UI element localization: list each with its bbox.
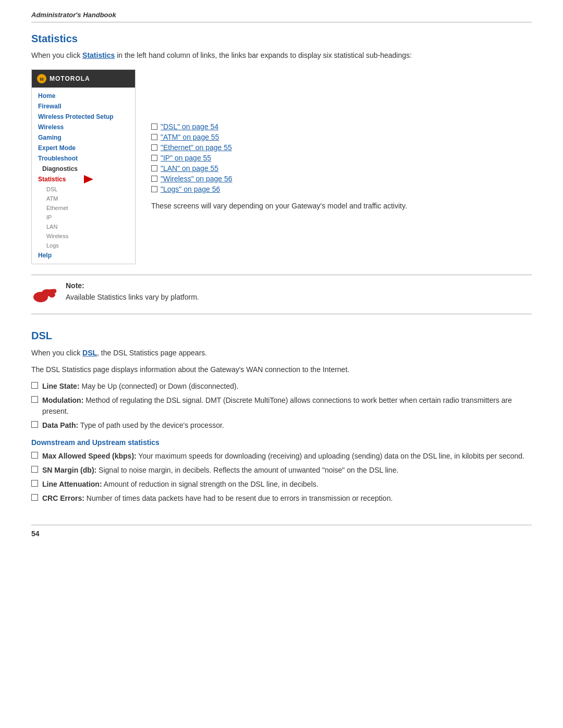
note-box: Note: Available Statistics links vary by… bbox=[31, 275, 532, 314]
link-item-logs: "Logs" on page 56 bbox=[151, 185, 532, 193]
bullet-modulation: Modulation: Method of regulating the DSL… bbox=[31, 395, 532, 417]
downstream-heading: Downstream and Upstream statistics bbox=[31, 438, 532, 447]
motorola-logo-text: MOTOROLA bbox=[50, 75, 90, 82]
bullet-line-state: Line State: May be Up (connected) or Dow… bbox=[31, 381, 532, 392]
bullet-data-path: Data Path: Type of path used by the devi… bbox=[31, 420, 532, 431]
bullet-crc-errors: CRC Errors: Number of times data packets… bbox=[31, 493, 532, 504]
page-footer: 54 bbox=[31, 525, 532, 538]
checkbox-icon-ethernet bbox=[151, 144, 157, 151]
page-header: Administrator's Handbook bbox=[31, 10, 532, 22]
bullet-max-speed-text: Max Allowed Speed (kbps): Your maximum s… bbox=[42, 451, 524, 462]
statistics-red-arrow bbox=[79, 174, 94, 184]
statistics-link[interactable]: Statistics bbox=[82, 51, 115, 59]
bullet-crc-errors-text: CRC Errors: Number of times data packets… bbox=[42, 493, 393, 504]
link-item-atm: "ATM" on page 55 bbox=[151, 133, 532, 141]
screens-note: These screens will vary depending on you… bbox=[151, 201, 532, 212]
dsl-para1: When you click DSL, the DSL Statistics p… bbox=[31, 347, 532, 359]
svg-text:M: M bbox=[40, 77, 44, 82]
link-lan[interactable]: "LAN" on page 55 bbox=[161, 164, 218, 172]
link-item-lan: "LAN" on page 55 bbox=[151, 164, 532, 172]
link-wireless[interactable]: "Wireless" on page 56 bbox=[161, 175, 232, 183]
term-sn-margin: SN Margin (db): bbox=[42, 466, 96, 474]
bullet-line-state-text: Line State: May be Up (connected) or Dow… bbox=[42, 381, 239, 392]
link-dsl[interactable]: "DSL" on page 54 bbox=[161, 122, 218, 131]
sidebar-item-diagnostics[interactable]: Diagnostics bbox=[32, 164, 135, 174]
motorola-header: M MOTOROLA bbox=[32, 70, 135, 88]
dsl-link[interactable]: DSL bbox=[82, 349, 97, 357]
downstream-bullets: Max Allowed Speed (kbps): Your maximum s… bbox=[31, 451, 532, 504]
sidebar-item-dsl[interactable]: DSL bbox=[32, 184, 135, 194]
term-line-atten: Line Attenuation: bbox=[42, 480, 102, 488]
link-item-wireless: "Wireless" on page 56 bbox=[151, 175, 532, 183]
link-item-dsl: "DSL" on page 54 bbox=[151, 122, 532, 131]
dsl-heading: DSL bbox=[31, 330, 532, 342]
page-number: 54 bbox=[31, 529, 40, 538]
svg-marker-2 bbox=[84, 175, 93, 183]
cb-crc-errors bbox=[31, 494, 38, 501]
dsl-bullets: Line State: May be Up (connected) or Dow… bbox=[31, 381, 532, 431]
intro-text-1: When you click bbox=[31, 51, 82, 59]
statistics-intro: When you click Statistics in the left ha… bbox=[31, 50, 532, 61]
statistics-heading: Statistics bbox=[31, 33, 532, 45]
sidebar-item-home[interactable]: Home bbox=[32, 91, 135, 101]
cb-sn-margin bbox=[31, 466, 38, 473]
motorola-nav: Home Firewall Wireless Protected Setup W… bbox=[32, 88, 135, 264]
handbook-title: Administrator's Handbook bbox=[31, 11, 116, 19]
bullet-sn-margin: SN Margin (db): Signal to noise margin, … bbox=[31, 465, 532, 476]
intro-text-2: in the left hand column of links, the li… bbox=[115, 51, 412, 59]
motorola-sidebar: M MOTOROLA Home Firewall Wireless Protec… bbox=[31, 69, 136, 264]
sidebar-item-firewall[interactable]: Firewall bbox=[32, 101, 135, 112]
note-label: Note: bbox=[66, 281, 532, 290]
bullet-max-speed: Max Allowed Speed (kbps): Your maximum s… bbox=[31, 451, 532, 462]
bullet-line-atten-text: Line Attenuation: Amount of reduction in… bbox=[42, 479, 319, 490]
hand-svg bbox=[31, 281, 57, 307]
link-item-ethernet: "Ethernet" on page 55 bbox=[151, 143, 532, 152]
term-modulation: Modulation: bbox=[42, 396, 83, 404]
note-content: Note: Available Statistics links vary by… bbox=[66, 281, 532, 303]
link-logs[interactable]: "Logs" on page 56 bbox=[161, 185, 220, 193]
cb-modulation bbox=[31, 396, 38, 403]
term-data-path: Data Path: bbox=[42, 421, 78, 429]
term-crc-errors: CRC Errors: bbox=[42, 494, 84, 502]
sidebar-and-links: M MOTOROLA Home Firewall Wireless Protec… bbox=[31, 69, 532, 264]
checkbox-icon-ip bbox=[151, 155, 157, 161]
sidebar-item-wireless-sub[interactable]: Wireless bbox=[32, 231, 135, 241]
sidebar-item-lan[interactable]: LAN bbox=[32, 222, 135, 231]
term-line-state: Line State: bbox=[42, 382, 80, 390]
cb-line-state bbox=[31, 382, 38, 389]
sidebar-item-ip[interactable]: IP bbox=[32, 213, 135, 222]
cb-line-atten bbox=[31, 480, 38, 487]
statistics-arrow-container: Statistics bbox=[32, 174, 135, 184]
dsl-para1-text1: When you click bbox=[31, 349, 82, 357]
sidebar-item-ethernet[interactable]: Ethernet bbox=[32, 203, 135, 213]
checkbox-icon-lan bbox=[151, 165, 157, 171]
sidebar-item-wireless[interactable]: Wireless bbox=[32, 122, 135, 132]
link-ethernet[interactable]: "Ethernet" on page 55 bbox=[161, 143, 232, 152]
checkbox-icon-logs bbox=[151, 186, 157, 192]
bullet-modulation-text: Modulation: Method of regulating the DSL… bbox=[42, 395, 532, 417]
sidebar-item-expert[interactable]: Expert Mode bbox=[32, 143, 135, 153]
motorola-logo-circle: M bbox=[37, 74, 46, 83]
checkbox-icon-wireless bbox=[151, 176, 157, 182]
statistics-section: Statistics When you click Statistics in … bbox=[31, 33, 532, 264]
link-item-ip: "IP" on page 55 bbox=[151, 154, 532, 162]
sidebar-item-troubleshoot[interactable]: Troubleshoot bbox=[32, 153, 135, 164]
dsl-section: DSL When you click DSL, the DSL Statisti… bbox=[31, 330, 532, 504]
bullet-sn-margin-text: SN Margin (db): Signal to noise margin, … bbox=[42, 465, 398, 476]
sidebar-item-help[interactable]: Help bbox=[32, 250, 135, 261]
link-atm[interactable]: "ATM" on page 55 bbox=[161, 133, 219, 141]
sidebar-item-statistics[interactable]: Statistics bbox=[32, 174, 72, 184]
sidebar-item-atm[interactable]: ATM bbox=[32, 194, 135, 203]
link-ip[interactable]: "IP" on page 55 bbox=[161, 154, 211, 162]
checkbox-icon-dsl bbox=[151, 124, 157, 130]
dsl-para2: The DSL Statistics page displays informa… bbox=[31, 364, 532, 375]
cb-max-speed bbox=[31, 452, 38, 459]
sidebar-item-logs[interactable]: Logs bbox=[32, 241, 135, 250]
sidebar-item-gaming[interactable]: Gaming bbox=[32, 132, 135, 143]
sidebar-item-wps[interactable]: Wireless Protected Setup bbox=[32, 112, 135, 122]
note-hand-icon bbox=[31, 281, 57, 307]
bullet-line-atten: Line Attenuation: Amount of reduction in… bbox=[31, 479, 532, 490]
statistics-links-column: "DSL" on page 54 "ATM" on page 55 "Ether… bbox=[151, 69, 532, 264]
checkbox-icon-atm bbox=[151, 134, 157, 140]
bullet-data-path-text: Data Path: Type of path used by the devi… bbox=[42, 420, 224, 431]
